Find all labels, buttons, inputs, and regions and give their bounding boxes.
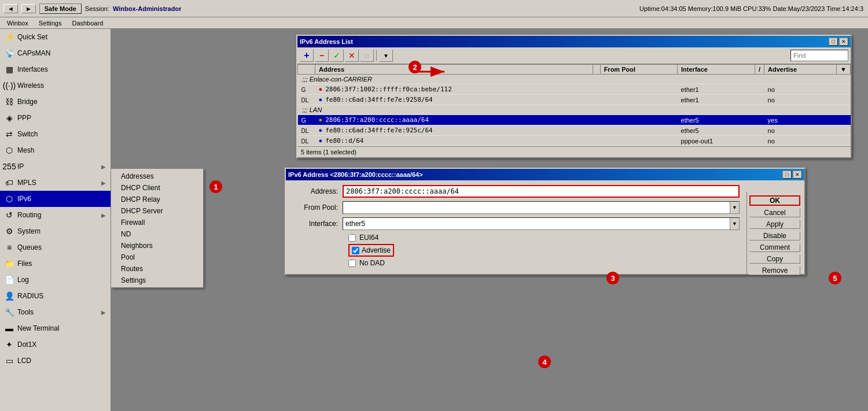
sidebar-item-switch[interactable]: ⇄ Switch [0,126,111,142]
submenu-firewall[interactable]: Firewall [112,217,203,228]
sidebar-item-quick-set[interactable]: ⚡ Quick Set [0,29,111,45]
sidebar-label-lcd: LCD [17,357,106,365]
ipv6-add-button[interactable]: + [300,49,314,62]
tools-icon: 🔧 [5,308,14,317]
sidebar-item-capsman[interactable]: 📡 CAPsMAN [0,45,111,61]
ipv6-detail-close-btn[interactable]: ✕ [793,171,802,179]
row-sep [593,95,600,105]
address-row: Address: [290,185,740,198]
sidebar-item-dot1x[interactable]: ✦ Dot1X [0,336,111,353]
eui64-checkbox[interactable] [348,234,356,242]
ipv6-list-minimize-btn[interactable]: □ [829,38,838,46]
ipv6-list-table-container: Address From Pool Interface / Advertise … [297,64,851,146]
ipv6-detail-minimize-btn[interactable]: □ [782,171,792,179]
menu-settings[interactable]: Settings [34,19,67,27]
ipv6-disable-button[interactable]: ✕ [345,49,359,62]
submenu-settings[interactable]: Settings [112,275,203,286]
files-icon: 📁 [5,259,14,268]
row-flag: DL [298,136,315,146]
disable-button[interactable]: Disable [749,231,800,240]
row-advertise: no [764,125,837,136]
interface-input[interactable] [343,218,730,229]
content-area: Addresses DHCP Client DHCP Relay DHCP Se… [111,29,868,411]
sidebar-item-ipv6[interactable]: ⬡ IPv6 [0,191,111,207]
sidebar-item-radius[interactable]: 👤 RADIUS [0,288,111,304]
advertise-checkbox[interactable] [352,247,359,254]
table-row[interactable]: G ● 2806:3f7:1002::ffff:f0ca:bebe/112 et… [298,84,851,95]
forward-button[interactable]: ► [21,4,36,13]
ok-button[interactable]: OK [749,195,800,206]
sidebar-item-interfaces[interactable]: ▦ Interfaces [0,61,111,77]
sidebar-item-files[interactable]: 📁 Files [0,256,111,272]
from-pool-dropdown-btn[interactable]: ▼ [730,202,739,213]
row-extra [837,136,851,146]
sidebar-label-log: Log [17,276,106,284]
sidebar-label-mpls: MPLS [17,179,98,187]
ipv6-clone-button[interactable]: □ [360,49,374,62]
submenu-dhcp-relay[interactable]: DHCP Relay [112,194,203,205]
arrow-2 [399,64,451,87]
copy-button[interactable]: Copy [749,254,800,264]
remove-button[interactable]: Remove [749,266,800,275]
submenu-pool[interactable]: Pool [112,251,203,263]
table-row[interactable]: DL ● fe80::c6ad:34ff:fe7e:9258/64 ether1… [298,95,851,105]
routing-arrow-icon: ▶ [101,212,106,219]
row-slash [755,136,764,146]
sidebar-item-ip[interactable]: 255 IP ▶ [0,158,111,175]
ipv6-filter-button[interactable]: ▼ [379,49,393,62]
col-interface: Interface [678,65,755,75]
system-icon: ⚙ [5,227,14,236]
lcd-icon: ▭ [5,356,14,365]
table-row[interactable]: DL ● fe80::c6ad:34ff:fe7e:925c/64 ether5… [298,125,851,136]
row-from-pool [600,84,677,95]
sidebar-item-new-terminal[interactable]: ▬ New Terminal [0,320,111,336]
comment-button[interactable]: Comment [749,243,800,252]
from-pool-input[interactable] [343,202,730,213]
interface-select[interactable]: ▼ [343,217,740,230]
section-lan: ;;; LAN [298,105,851,115]
submenu-routes[interactable]: Routes [112,263,203,275]
sidebar-item-routing[interactable]: ↺ Routing ▶ [0,207,111,223]
apply-button[interactable]: Apply [749,220,800,229]
col-advertise: Advertise [764,65,837,75]
table-row[interactable]: DL ● fe80::d/64 pppoe-out1 no [298,136,851,146]
menu-dashboard[interactable]: Dashboard [67,19,108,27]
ipv6-remove-button[interactable]: − [315,49,329,62]
sidebar-item-mpls[interactable]: 🏷 MPLS ▶ [0,175,111,191]
sidebar-item-mesh[interactable]: ⬡ Mesh [0,142,111,158]
row-sep [593,84,600,95]
sidebar-item-wireless[interactable]: ((·)) Wireless [0,77,111,94]
sidebar-item-lcd[interactable]: ▭ LCD [0,353,111,369]
interface-row: Interface: ▼ [290,217,740,230]
sidebar-item-log[interactable]: 📄 Log [0,272,111,288]
submenu-dhcp-server[interactable]: DHCP Server [112,205,203,217]
safe-mode-button[interactable]: Safe Mode [39,3,82,14]
table-row[interactable]: G ● 2806:3f7:a200:cccc::aaaa/64 ether5 y… [298,115,851,125]
back-button[interactable]: ◄ [3,4,18,13]
cancel-button[interactable]: Cancel [749,208,800,217]
col-sep [593,65,600,75]
table-row: ;;; Enlace-con-CARRIER [298,75,851,84]
from-pool-select[interactable]: ▼ [343,201,740,214]
ipv6-find-input[interactable] [790,50,848,61]
submenu-neighbors[interactable]: Neighbors [112,240,203,251]
address-input[interactable] [343,185,740,198]
submenu-dhcp-client[interactable]: DHCP Client [112,182,203,194]
ipv6-list-close-btn[interactable]: ✕ [839,38,848,46]
sidebar-item-ppp[interactable]: ◈ PPP [0,110,111,126]
sidebar-label-queues: Queues [17,243,106,251]
ipv6-enable-button[interactable]: ✓ [330,49,344,62]
menu-winbox[interactable]: Winbox [2,19,33,27]
interface-dropdown-btn[interactable]: ▼ [730,218,739,229]
sidebar-item-tools[interactable]: 🔧 Tools ▶ [0,304,111,320]
sidebar-label-interfaces: Interfaces [17,65,106,73]
submenu-addresses[interactable]: Addresses [112,171,203,182]
sidebar-item-queues[interactable]: ≡ Queues [0,239,111,256]
eui64-row: EUI64 [290,234,740,242]
sidebar-item-bridge[interactable]: ⛓ Bridge [0,94,111,110]
sidebar-item-system[interactable]: ⚙ System [0,223,111,239]
top-bar: ◄ ► Safe Mode Session: Winbox-Administra… [0,0,868,17]
wireless-icon: ((·)) [5,81,14,90]
submenu-nd[interactable]: ND [112,228,203,240]
no-dad-checkbox[interactable] [348,260,356,267]
